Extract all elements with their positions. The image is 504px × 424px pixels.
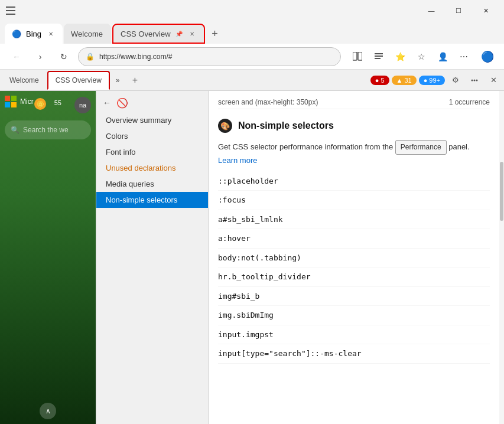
nav-item-non-simple-selectors[interactable]: Non-simple selectors — [96, 192, 208, 208]
tab-label: Welcome — [71, 30, 103, 38]
right-scrollbar[interactable] — [499, 91, 504, 424]
devtools-tab-welcome[interactable]: Welcome — [2, 71, 46, 90]
learn-more-link[interactable]: Learn more — [218, 156, 257, 165]
svg-point-9 — [474, 79, 476, 81]
svg-point-8 — [472, 79, 473, 81]
nav-item-unused-declarations[interactable]: Unused declarations — [96, 160, 208, 176]
microsoft-logo — [5, 96, 17, 107]
devtools-close-icon[interactable]: ✕ — [485, 72, 502, 89]
favorites-icon[interactable]: ⭐ — [391, 47, 409, 66]
scrollbar-thumb[interactable] — [500, 162, 503, 221]
css-panel-content: screen and (max-height: 350px) 1 occurre… — [209, 91, 499, 424]
svg-rect-6 — [375, 56, 383, 57]
css-selector-item: input.imgpst — [218, 325, 490, 345]
svg-rect-5 — [375, 53, 383, 54]
sidebar-toggle-icon[interactable] — [5, 5, 17, 17]
tab-welcome[interactable]: Welcome — [64, 24, 111, 44]
devtools-options-icon[interactable] — [466, 72, 483, 89]
css-back-icon[interactable]: ← — [101, 97, 113, 109]
bing-coin-icon: 🪙 — [34, 98, 46, 110]
svg-point-10 — [476, 79, 478, 81]
split-view-icon[interactable] — [348, 47, 367, 66]
tab-close-button[interactable]: ✕ — [46, 29, 56, 38]
nav-item-media-queries[interactable]: Media queries — [96, 176, 208, 192]
bing-points: 55 — [54, 99, 61, 106]
desc-prefix: Get CSS selector performance information… — [218, 142, 393, 151]
read-view-icon[interactable] — [369, 47, 388, 66]
css-selector-item: :focus — [218, 191, 490, 210]
bing-logo-area: Micr — [5, 96, 34, 107]
css-selector-item: ::placeholder — [218, 172, 490, 191]
maximize-button[interactable]: ☐ — [445, 0, 472, 21]
edge-icon[interactable]: 🔵 — [478, 47, 497, 66]
tab-label: Bing — [26, 30, 41, 38]
svg-rect-4 — [358, 52, 362, 60]
nav-item-colors[interactable]: Colors — [96, 128, 208, 144]
nav-item-label: Unused declarations — [106, 164, 176, 172]
more-options-icon[interactable]: ⋯ — [454, 47, 473, 66]
warning-icon: ▲ — [396, 77, 403, 84]
tab-css-overview[interactable]: CSS Overview 📌 ✕ — [112, 24, 205, 44]
svg-rect-0 — [6, 6, 15, 8]
new-tab-button[interactable]: + — [206, 24, 224, 44]
bing-search-box[interactable]: 🔍 Search the we — [5, 120, 91, 139]
devtools-tab-css-overview[interactable]: CSS Overview — [47, 71, 110, 90]
nav-item-font-info[interactable]: Font info — [96, 144, 208, 160]
section-description: Get CSS selector performance information… — [218, 138, 490, 172]
forward-button[interactable]: › — [31, 47, 50, 66]
svg-rect-2 — [6, 14, 15, 15]
warnings-badge[interactable]: ▲ 31 — [392, 76, 417, 85]
minimize-button[interactable]: — — [418, 0, 445, 21]
info-icon: ● — [424, 77, 428, 84]
profile-icon[interactable]: 👤 — [433, 47, 452, 66]
bing-logo-text: Micr — [20, 97, 34, 106]
prev-item-occurrence: 1 occurrence — [449, 98, 490, 106]
css-prev-item: screen and (max-height: 350px) 1 occurre… — [218, 96, 490, 109]
ms-logo-blue — [5, 102, 10, 107]
warning-count: 31 — [404, 77, 411, 84]
css-selector-item: a:hover — [218, 229, 490, 249]
devtools-tabbar: Welcome CSS Overview » + ● 5 ▲ 31 ● 99+ … — [0, 70, 504, 91]
bing-scroll-up-button[interactable]: ∧ — [40, 403, 56, 419]
avatar-initials: na — [79, 102, 86, 109]
css-no-entry-icon[interactable]: 🚫 — [116, 97, 128, 109]
tab-label: CSS Overview — [121, 30, 171, 38]
nav-item-label: Font info — [106, 148, 136, 156]
css-selector-item: img.sbiDmImg — [218, 306, 490, 325]
nav-item-label: Media queries — [106, 180, 154, 188]
nav-item-label: Non-simple selectors — [106, 195, 177, 204]
devtools-add-tab-button[interactable]: + — [126, 71, 145, 90]
errors-badge[interactable]: ● 5 — [370, 76, 389, 85]
css-selector-item: body:not(.tabbing) — [218, 249, 490, 268]
ms-logo-red — [5, 96, 10, 101]
tab-css-close-button[interactable]: ✕ — [187, 29, 197, 38]
svg-rect-7 — [375, 58, 381, 59]
toolbar-icons: ⭐ ☆ 👤 ⋯ — [348, 47, 473, 66]
address-bar[interactable]: 🔒 https://www.bing.com/# — [78, 47, 341, 66]
svg-rect-1 — [6, 10, 15, 11]
bing-avatar[interactable]: na — [74, 97, 91, 113]
tab-bing[interactable]: 🔵 Bing ✕ — [5, 24, 63, 44]
css-panel-icon-bar: ← 🚫 — [96, 93, 208, 112]
ms-logo-yellow — [11, 102, 17, 107]
window-controls: — ☐ ✕ — [418, 0, 499, 21]
address-url: https://www.bing.com/# — [99, 53, 172, 61]
info-badge[interactable]: ● 99+ — [419, 76, 445, 85]
section-palette-icon: 🎨 — [218, 119, 232, 133]
section-title: Non-simple selectors — [238, 120, 334, 131]
close-button[interactable]: ✕ — [472, 0, 499, 21]
devtools-more-tabs-button[interactable]: » — [111, 71, 125, 90]
back-button[interactable]: ← — [7, 47, 26, 66]
css-panel-nav: ← 🚫 Overview summary Colors Font info Un… — [96, 91, 209, 424]
css-selector-item: input[type="search"]::-ms-clear — [218, 344, 490, 364]
refresh-button[interactable]: ↻ — [54, 47, 73, 66]
performance-button[interactable]: Performance — [395, 140, 447, 155]
bing-website-sidebar: Micr 🪙 55 na 🔍 Search the we ∧ — [0, 91, 96, 424]
search-icon: 🔍 — [11, 126, 19, 134]
nav-item-overview-summary[interactable]: Overview summary — [96, 112, 208, 128]
error-icon: ● — [375, 77, 379, 84]
tab-favicon: 🔵 — [12, 30, 21, 38]
desc-suffix: panel. — [448, 142, 469, 151]
collections-icon[interactable]: ☆ — [412, 47, 431, 66]
devtools-settings-icon[interactable]: ⚙ — [447, 72, 464, 89]
